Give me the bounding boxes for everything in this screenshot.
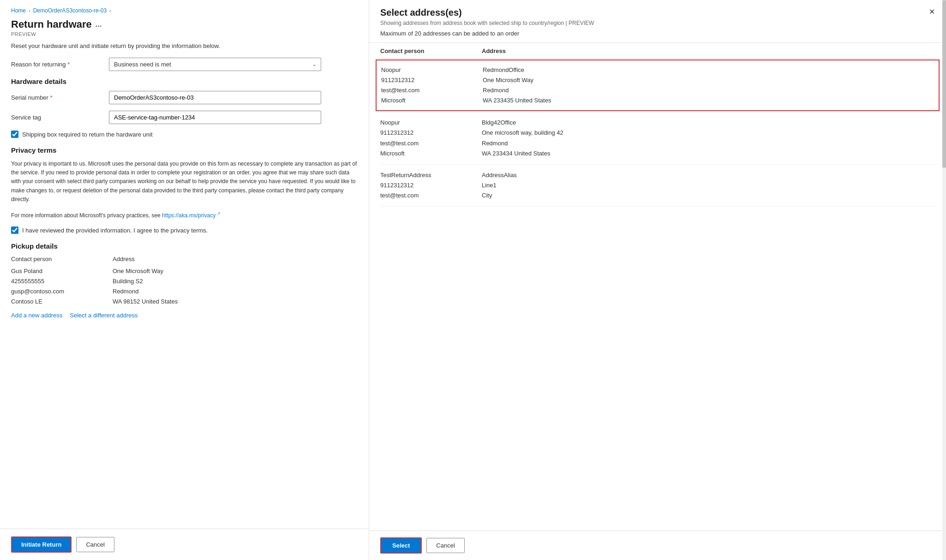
addr-contact-name-1: Noopur [380, 118, 482, 128]
service-tag-input[interactable] [109, 111, 321, 124]
hardware-section-title: Hardware details [11, 77, 358, 85]
addr-name-0: RedmondOffice [483, 65, 934, 75]
addr-contact-email-2: test@test.com [380, 191, 482, 201]
addr-line3-0: WA 233435 United States [483, 95, 934, 106]
address-contact-0: Noopur 9112312312 test@test.com Microsof… [381, 65, 483, 106]
address-contact-1: Noopur 9112312312 test@test.com Microsof… [380, 118, 482, 158]
initiate-return-button[interactable]: Initiate Return [11, 536, 72, 553]
page-ellipsis[interactable]: ... [96, 20, 102, 29]
pickup-contact-email: gusp@contoso.com [11, 286, 113, 297]
breadcrumb-sep1: › [29, 8, 30, 13]
right-title-row: Select address(es) ✕ [380, 7, 935, 18]
shipping-checkbox-label: Shipping box required to return the hard… [22, 131, 153, 138]
pickup-contact: Gus Poland 4255555555 gusp@contoso.com C… [11, 266, 113, 307]
addr-contact-company-1: Microsoft [380, 149, 482, 159]
privacy-link[interactable]: https://aka.ms/privacy [162, 212, 216, 219]
cancel-button-right[interactable]: Cancel [426, 538, 464, 553]
pickup-links: Add a new address Select a different add… [11, 312, 358, 319]
address-list: Contact person Address Noopur 9112312312… [369, 43, 946, 530]
left-panel: Home › DemoOrderAS3contoso-re-03 › Retur… [0, 0, 369, 560]
breadcrumb-home[interactable]: Home [11, 7, 26, 14]
breadcrumb-order[interactable]: DemoOrderAS3contoso-re-03 [33, 7, 107, 14]
privacy-more-text: For more information about Microsoft's p… [11, 212, 161, 219]
right-panel-title: Select address(es) [380, 7, 462, 18]
pickup-address-line2: Building S2 [113, 276, 358, 286]
serial-input[interactable] [109, 91, 321, 104]
close-panel-button[interactable]: ✕ [929, 7, 935, 16]
service-tag-label: Service tag [11, 114, 103, 121]
reason-dropdown[interactable]: Business need is met ⌄ [109, 58, 321, 71]
addr-line2-1: Redmond [482, 138, 935, 149]
address-entry-2[interactable]: TestReturnAddress 9112312312 test@test.c… [380, 165, 935, 207]
address-col-contact-header: Contact person [380, 48, 482, 54]
select-different-address-link[interactable]: Select a different address [70, 312, 138, 319]
reason-required: * [67, 61, 70, 68]
page-title-row: Return hardware ... [11, 18, 358, 30]
pickup-section-title: Pickup details [11, 242, 358, 250]
right-panel-subtitle: Showing addresses from address book with… [380, 20, 935, 26]
breadcrumb: Home › DemoOrderAS3contoso-re-03 › [11, 7, 358, 14]
privacy-agree-checkbox[interactable] [11, 226, 18, 234]
shipping-checkbox-row: Shipping box required to return the hard… [11, 131, 358, 138]
external-link-icon: ↗ [217, 211, 221, 216]
address-addr-1: Bldg42Office One microsoft way, building… [482, 118, 935, 158]
addr-contact-name-0: Noopur [381, 65, 483, 75]
serial-label: Serial number * [11, 94, 103, 101]
privacy-more-info: For more information about Microsoft's p… [11, 210, 358, 220]
shipping-checkbox[interactable] [11, 131, 18, 138]
addr-line2-2: City [482, 191, 935, 201]
pickup-address: One Microsoft Way Building S2 Redmond WA… [113, 266, 358, 307]
pickup-address-line3: Redmond [113, 286, 358, 297]
address-addr-0: RedmondOffice One Microsoft Way Redmond … [483, 65, 934, 106]
right-footer: Select Cancel [369, 530, 946, 560]
scrollbar[interactable] [942, 0, 946, 560]
serial-required: * [50, 94, 53, 101]
page-title: Return hardware [11, 18, 92, 30]
chevron-down-icon: ⌄ [312, 62, 316, 67]
addr-name-2: AddressAlias [482, 170, 935, 180]
address-entries-container: Noopur 9112312312 test@test.com Microsof… [380, 60, 935, 207]
reason-row: Reason for returning * Business need is … [11, 58, 358, 71]
reason-label: Reason for returning * [11, 61, 103, 68]
serial-row: Serial number * [11, 91, 358, 104]
addr-contact-phone-0: 9112312312 [381, 75, 483, 85]
cancel-button-left[interactable]: Cancel [76, 537, 114, 552]
address-entry-1[interactable]: Noopur 9112312312 test@test.com Microsof… [380, 112, 935, 164]
left-footer: Initiate Return Cancel [0, 529, 369, 560]
pickup-contact-name: Gus Poland [11, 266, 113, 276]
addr-contact-email-0: test@test.com [381, 85, 483, 95]
service-tag-row: Service tag [11, 111, 358, 124]
right-header: Select address(es) ✕ Showing addresses f… [369, 0, 946, 43]
preview-label: PREVIEW [11, 31, 358, 37]
pickup-section: Pickup details Contact person Address Gu… [11, 242, 358, 318]
address-addr-2: AddressAlias Line1 City [482, 170, 935, 201]
address-col-address-header: Address [482, 48, 935, 54]
addr-contact-phone-2: 9112312312 [380, 180, 482, 191]
pickup-address-line4: WA 98152 United States [113, 297, 358, 307]
scrollbar-thumb[interactable] [942, 0, 946, 168]
right-panel-info: Maximum of 20 addresses can be added to … [380, 30, 935, 37]
select-button[interactable]: Select [380, 537, 422, 554]
address-entry-0[interactable]: Noopur 9112312312 test@test.com Microsof… [376, 60, 940, 111]
add-new-address-link[interactable]: Add a new address [11, 312, 62, 319]
right-panel: Select address(es) ✕ Showing addresses f… [369, 0, 946, 560]
pickup-contact-phone: 4255555555 [11, 276, 113, 286]
addr-contact-name-2: TestReturnAddress [380, 170, 482, 180]
reason-value: Business need is met [114, 61, 171, 68]
addr-line3-1: WA 233434 United States [482, 149, 935, 159]
addr-contact-phone-1: 9112312312 [380, 128, 482, 138]
addr-contact-email-1: test@test.com [380, 138, 482, 149]
pickup-col-address-header: Address [113, 256, 358, 262]
privacy-body: Your privacy is important to us. Microso… [11, 160, 358, 204]
pickup-address-line1: One Microsoft Way [113, 266, 358, 276]
address-table-header: Contact person Address [380, 43, 935, 59]
addr-line1-0: One Microsoft Way [483, 75, 934, 85]
addr-contact-company-0: Microsoft [381, 95, 483, 106]
pickup-info: Gus Poland 4255555555 gusp@contoso.com C… [11, 266, 358, 307]
address-contact-2: TestReturnAddress 9112312312 test@test.c… [380, 170, 482, 201]
pickup-col-contact-header: Contact person [11, 256, 113, 262]
privacy-agree-row: I have reviewed the provided information… [11, 226, 358, 234]
pickup-headers: Contact person Address [11, 256, 358, 262]
addr-name-1: Bldg42Office [482, 118, 935, 128]
addr-line1-1: One microsoft way, building 42 [482, 128, 935, 138]
